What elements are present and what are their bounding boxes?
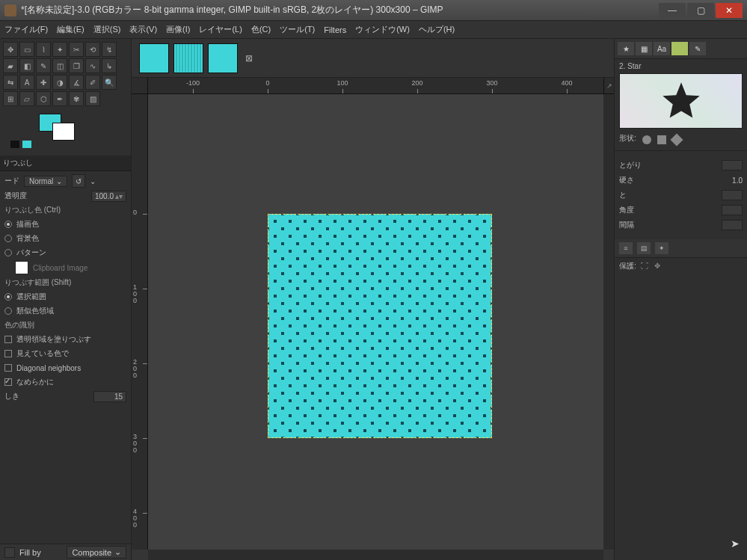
- dodge-tool[interactable]: ◑: [52, 75, 67, 90]
- spikes-field[interactable]: [722, 160, 743, 170]
- opacity-label: 透明度: [4, 191, 27, 201]
- shape-circle[interactable]: [642, 135, 651, 144]
- ruler-corner[interactable]: [132, 78, 148, 94]
- transform-tool[interactable]: ⟲: [85, 42, 100, 57]
- right-dock-tabs: ★ ▦ Aa ✎: [615, 39, 747, 59]
- shape-label: 形状:: [619, 133, 636, 144]
- pattern-swatch[interactable]: [15, 261, 28, 274]
- radio-fill-color[interactable]: [4, 235, 12, 242]
- hardness-label: 硬さ: [619, 175, 634, 185]
- menu-item[interactable]: Filters: [324, 25, 346, 34]
- quick-nav-icon[interactable]: ↗: [603, 78, 614, 94]
- shape-square[interactable]: [657, 135, 666, 144]
- menu-item[interactable]: 画像(I): [166, 24, 190, 35]
- mypaint-tool[interactable]: ✾: [69, 91, 84, 106]
- menu-item[interactable]: ウィンドウ(W): [355, 24, 410, 35]
- menu-item[interactable]: 色(C): [251, 24, 271, 35]
- app-icon: [4, 4, 16, 16]
- chevron-down-icon[interactable]: ⌄: [90, 177, 96, 185]
- rect-select-tool[interactable]: ▭: [19, 42, 34, 57]
- menu-item[interactable]: ツール(T): [280, 24, 315, 35]
- ink-tool[interactable]: ✒: [52, 91, 67, 106]
- radio-label: 類似色領域: [16, 306, 54, 316]
- channels-tab[interactable]: ▤: [637, 242, 651, 254]
- brush-editor-tab[interactable]: ✎: [689, 42, 706, 55]
- brushes-tab[interactable]: ★: [618, 42, 634, 55]
- blur-tool[interactable]: ⬡: [36, 91, 51, 106]
- lock-pixels-icon[interactable]: ⛶: [641, 262, 650, 271]
- lock-position-icon[interactable]: ✥: [654, 262, 663, 271]
- menu-item[interactable]: ヘルプ(H): [419, 24, 455, 35]
- brush-preview[interactable]: [619, 73, 743, 129]
- menu-item[interactable]: 選択(S): [93, 24, 121, 35]
- checkbox-findby[interactable]: [4, 364, 12, 372]
- checkbox-findby[interactable]: [4, 378, 12, 386]
- move-tool[interactable]: ✥: [3, 42, 18, 57]
- hardness-value[interactable]: 1.0: [732, 176, 743, 185]
- pencil-tool[interactable]: ✎: [36, 58, 51, 73]
- maximize-button[interactable]: ▢: [687, 3, 714, 18]
- gradients-tab[interactable]: [671, 42, 688, 55]
- menu-item[interactable]: レイヤー(L): [199, 24, 242, 35]
- lasso-tool[interactable]: ⌇: [36, 42, 51, 57]
- shape-diamond[interactable]: [670, 133, 683, 146]
- checkbox-findby[interactable]: [4, 336, 12, 343]
- radio-label: パターン: [16, 247, 46, 258]
- save-preset-button[interactable]: [4, 547, 15, 558]
- eraser-tool[interactable]: ◫: [52, 58, 67, 73]
- zoom-tool[interactable]: 🔍: [102, 75, 117, 90]
- reset-mode-button[interactable]: ↺: [72, 174, 85, 188]
- ratio-field[interactable]: [722, 190, 743, 200]
- heal-tool[interactable]: ✚: [36, 75, 51, 90]
- crop-tool[interactable]: ✂: [69, 42, 84, 57]
- vertical-ruler[interactable]: 0100200300400: [132, 94, 148, 550]
- radio-fill-color[interactable]: [4, 249, 12, 256]
- path-tool[interactable]: ↳: [102, 58, 117, 73]
- radio-fill-area[interactable]: [4, 307, 12, 315]
- spacing-field[interactable]: [722, 220, 743, 230]
- flip-tool[interactable]: ⇆: [3, 75, 18, 90]
- active-brush-swatch[interactable]: [22, 141, 31, 148]
- image-thumb-1[interactable]: [139, 43, 169, 73]
- eyedropper-tool[interactable]: ✐: [85, 75, 100, 90]
- layers-tab[interactable]: ≡: [619, 242, 633, 254]
- canvas-viewport[interactable]: [148, 94, 603, 550]
- radio-fill-color[interactable]: [4, 221, 12, 228]
- minimize-button[interactable]: —: [659, 3, 686, 18]
- close-button[interactable]: ✕: [716, 3, 743, 18]
- text-tool[interactable]: A: [19, 75, 34, 90]
- close-tab-icon[interactable]: ⊠: [245, 53, 253, 64]
- canvas-image[interactable]: [268, 214, 492, 438]
- image-thumb-2[interactable]: [173, 43, 203, 73]
- menu-item[interactable]: 表示(V): [129, 24, 157, 35]
- fillby-dropdown[interactable]: Composite⌄: [67, 546, 126, 559]
- perspective-tool[interactable]: ▨: [85, 91, 100, 106]
- warp-tool[interactable]: ↯: [102, 42, 117, 57]
- mode-dropdown[interactable]: Normal⌄: [24, 176, 67, 187]
- measure-tool[interactable]: ∡: [69, 75, 84, 90]
- menu-item[interactable]: ファイル(F): [4, 24, 48, 35]
- menu-item[interactable]: 編集(E): [57, 24, 84, 35]
- patterns-tab[interactable]: ▦: [636, 42, 652, 55]
- opacity-field[interactable]: 100.0▴▾: [91, 191, 126, 202]
- gradient-tool[interactable]: ◧: [19, 58, 34, 73]
- pattern-name: Clipboard Image: [33, 264, 87, 272]
- horizontal-ruler[interactable]: -1000100200300400: [148, 78, 603, 94]
- background-color[interactable]: [52, 123, 75, 141]
- paths-tab[interactable]: ✦: [655, 242, 668, 254]
- smudge-tool[interactable]: ∿: [85, 58, 100, 73]
- image-thumb-3[interactable]: [208, 43, 238, 73]
- fuzzy-select-tool[interactable]: ✦: [52, 42, 67, 57]
- radio-fill-area[interactable]: [4, 293, 12, 301]
- vertical-scrollbar[interactable]: [603, 94, 614, 550]
- cage-tool[interactable]: ▱: [19, 91, 34, 106]
- align-tool[interactable]: ⊞: [3, 91, 18, 106]
- bucket-fill-tool[interactable]: ▰: [3, 58, 18, 73]
- checkbox-findby[interactable]: [4, 350, 12, 357]
- clone-tool[interactable]: ❐: [69, 58, 84, 73]
- angle-field[interactable]: [722, 205, 743, 215]
- fonts-tab[interactable]: Aa: [654, 42, 670, 55]
- default-colors[interactable]: [10, 141, 19, 148]
- horizontal-scrollbar[interactable]: [148, 550, 603, 560]
- threshold-field[interactable]: 15: [93, 391, 126, 402]
